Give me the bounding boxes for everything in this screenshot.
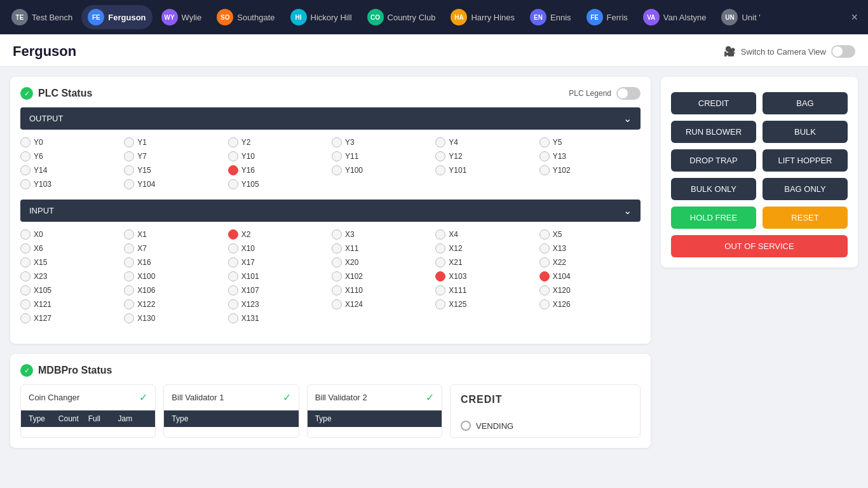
io-circle-x16[interactable]	[124, 257, 134, 268]
io-circle-x111[interactable]	[435, 285, 445, 295]
io-circle-y13[interactable]	[539, 151, 550, 161]
io-circle-x124[interactable]	[332, 299, 342, 309]
io-circle-x102[interactable]	[332, 271, 342, 281]
io-circle-y15[interactable]	[124, 165, 134, 175]
nav-tab-van-alstyne[interactable]: VAVan Alstyne	[637, 5, 713, 29]
plc-legend-switch[interactable]	[616, 87, 641, 100]
io-circle-x127[interactable]	[20, 313, 31, 323]
io-circle-x15[interactable]	[20, 257, 31, 268]
io-label-y1: Y1	[137, 138, 147, 147]
io-circle-y0[interactable]	[20, 137, 31, 147]
nav-tab-ferris[interactable]: FEFerris	[580, 5, 634, 29]
io-circle-y3[interactable]	[332, 137, 342, 147]
io-item: X6	[20, 243, 121, 254]
io-circle-x104[interactable]	[539, 271, 550, 281]
io-circle-y100[interactable]	[332, 165, 342, 175]
io-circle-y104[interactable]	[124, 179, 134, 189]
io-circle-x107[interactable]	[228, 285, 238, 295]
io-circle-x105[interactable]	[20, 285, 31, 295]
io-circle-y2[interactable]	[228, 137, 238, 147]
hold-free-button[interactable]: HOLD FREE	[671, 207, 756, 229]
io-circle-y102[interactable]	[539, 165, 550, 175]
io-circle-x4[interactable]	[435, 229, 445, 240]
io-circle-x100[interactable]	[124, 271, 134, 281]
io-circle-x123[interactable]	[228, 299, 238, 309]
nav-tab-ennis[interactable]: ENEnnis	[524, 5, 578, 29]
nav-tab-harry-hines[interactable]: HAHarry Hines	[444, 5, 521, 29]
camera-toggle-switch[interactable]	[831, 45, 855, 58]
bill-validator-2-label: Bill Validator 2	[315, 393, 367, 402]
nav-tab-country-club[interactable]: COCountry Club	[361, 5, 442, 29]
io-circle-x12[interactable]	[435, 243, 445, 254]
io-circle-y5[interactable]	[539, 137, 550, 147]
vending-radio[interactable]	[461, 421, 471, 431]
plc-legend-toggle[interactable]: PLC Legend	[569, 87, 641, 100]
io-circle-y7[interactable]	[124, 151, 134, 161]
output-section-bar[interactable]: OUTPUT ⌄	[20, 107, 641, 130]
nav-tab-test-bench[interactable]: TETest Bench	[5, 5, 79, 29]
io-item: Y4	[435, 137, 536, 147]
nav-tab-wylie[interactable]: WYWylie	[155, 5, 208, 29]
io-circle-y11[interactable]	[332, 151, 342, 161]
io-circle-y6[interactable]	[20, 151, 31, 161]
nav-tab-ferguson[interactable]: FEFerguson	[81, 5, 152, 29]
io-circle-x120[interactable]	[539, 285, 550, 295]
io-circle-y16[interactable]	[228, 165, 238, 175]
io-circle-x122[interactable]	[124, 299, 134, 309]
col-full: Full	[88, 414, 118, 423]
io-item: Y6	[20, 151, 121, 161]
io-circle-x22[interactable]	[539, 257, 550, 268]
io-circle-x101[interactable]	[228, 271, 238, 281]
drop-trap-button[interactable]: DROP TRAP	[671, 149, 756, 172]
io-circle-y4[interactable]	[435, 137, 445, 147]
vending-row: VENDING	[451, 414, 640, 437]
io-circle-x103[interactable]	[435, 271, 445, 281]
io-circle-x13[interactable]	[539, 243, 550, 254]
io-circle-x3[interactable]	[332, 229, 342, 240]
io-circle-y12[interactable]	[435, 151, 445, 161]
io-circle-x2[interactable]	[228, 229, 238, 240]
io-circle-x20[interactable]	[332, 257, 342, 268]
io-circle-x0[interactable]	[20, 229, 31, 240]
io-circle-y105[interactable]	[228, 179, 238, 189]
io-circle-x1[interactable]	[124, 229, 134, 240]
close-button[interactable]: ×	[846, 8, 863, 27]
out-of-service-button[interactable]: OUT OF SERVICE	[671, 235, 848, 257]
nav-tab-southgate[interactable]: SOSouthgate	[210, 5, 281, 29]
io-item: Y10	[228, 151, 329, 161]
io-circle-x21[interactable]	[435, 257, 445, 268]
nav-avatar-country-club: CO	[367, 9, 384, 25]
output-chevron-icon: ⌄	[623, 112, 632, 125]
nav-tab-hickory-hill[interactable]: HIHickory Hill	[284, 5, 358, 29]
lift-hopper-button[interactable]: LIFT HOPPER	[763, 149, 848, 172]
credit-button[interactable]: CREDIT	[671, 92, 756, 114]
io-circle-x6[interactable]	[20, 243, 31, 254]
io-circle-x121[interactable]	[20, 299, 31, 309]
io-circle-x10[interactable]	[228, 243, 238, 254]
io-circle-y103[interactable]	[20, 179, 31, 189]
io-circle-y10[interactable]	[228, 151, 238, 161]
bulk-only-button[interactable]: BULK ONLY	[671, 178, 756, 200]
io-circle-x126[interactable]	[539, 299, 550, 309]
io-circle-x106[interactable]	[124, 285, 134, 295]
io-circle-y101[interactable]	[435, 165, 445, 175]
input-section-bar[interactable]: INPUT ⌄	[20, 200, 641, 222]
bag-only-button[interactable]: BAG ONLY	[763, 178, 848, 200]
io-circle-x110[interactable]	[332, 285, 342, 295]
io-circle-x7[interactable]	[124, 243, 134, 254]
nav-tab-unit[interactable]: UNUnit '	[715, 5, 766, 29]
bag-button[interactable]: BAG	[763, 92, 848, 114]
io-circle-y14[interactable]	[20, 165, 31, 175]
io-circle-y1[interactable]	[124, 137, 134, 147]
io-circle-x125[interactable]	[435, 299, 445, 309]
io-circle-x17[interactable]	[228, 257, 238, 268]
io-circle-x5[interactable]	[539, 229, 550, 240]
reset-button[interactable]: RESET	[763, 207, 848, 229]
io-item: X103	[435, 271, 536, 281]
run-blower-button[interactable]: RUN BLOWER	[671, 121, 756, 143]
io-circle-x131[interactable]	[228, 313, 238, 323]
io-circle-x23[interactable]	[20, 271, 31, 281]
io-circle-x130[interactable]	[124, 313, 134, 323]
bulk-button[interactable]: BULK	[763, 121, 848, 143]
io-circle-x11[interactable]	[332, 243, 342, 254]
